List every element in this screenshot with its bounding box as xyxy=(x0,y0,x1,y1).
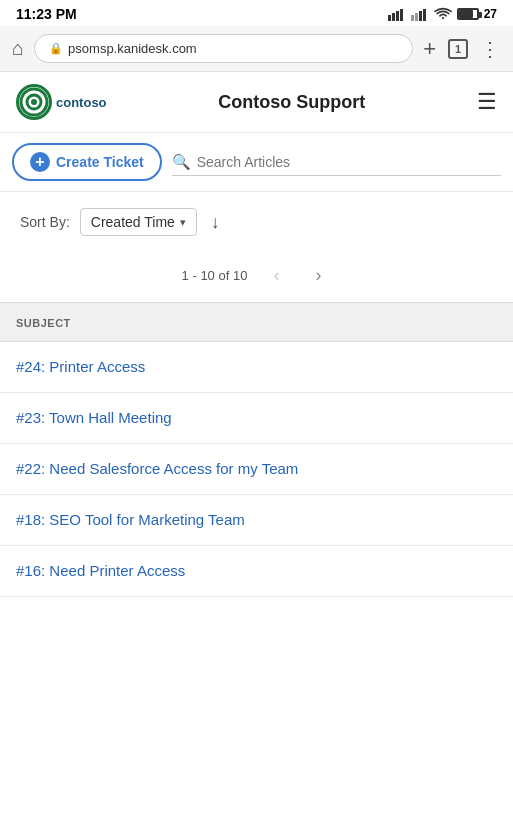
signal2-icon xyxy=(411,8,429,21)
table-row[interactable]: #18: SEO Tool for Marketing Team xyxy=(0,495,513,546)
svg-rect-5 xyxy=(415,13,418,21)
svg-rect-4 xyxy=(411,15,414,21)
battery-percent: 27 xyxy=(484,7,497,21)
chevron-down-icon: ▾ xyxy=(180,216,186,229)
battery-icon xyxy=(457,8,479,20)
plus-icon: + xyxy=(30,152,50,172)
svg-rect-1 xyxy=(392,13,395,21)
logo-area: contoso xyxy=(16,84,107,120)
url-text: psomsp.kanidesk.com xyxy=(68,41,197,56)
page-info: 1 - 10 of 10 xyxy=(182,268,248,283)
browser-bar: ⌂ 🔒 psomsp.kanidesk.com + 1 ⋮ xyxy=(0,26,513,72)
ticket-list: #24: Printer Access #23: Town Hall Meeti… xyxy=(0,342,513,597)
add-tab-icon[interactable]: + xyxy=(423,36,436,62)
more-options-icon[interactable]: ⋮ xyxy=(480,37,501,61)
table-row[interactable]: #23: Town Hall Meeting xyxy=(0,393,513,444)
table-row[interactable]: #22: Need Salesforce Access for my Team xyxy=(0,444,513,495)
svg-rect-6 xyxy=(419,11,422,21)
table-header: SUBJECT xyxy=(0,302,513,342)
svg-rect-7 xyxy=(423,9,426,21)
browser-actions: + 1 ⋮ xyxy=(423,36,501,62)
search-input[interactable] xyxy=(197,154,501,170)
svg-rect-0 xyxy=(388,15,391,21)
previous-page-button[interactable]: ‹ xyxy=(263,262,289,288)
search-icon: 🔍 xyxy=(172,153,191,171)
ticket-link[interactable]: #22: Need Salesforce Access for my Team xyxy=(16,460,298,477)
next-page-button[interactable]: › xyxy=(305,262,331,288)
app-header: contoso Contoso Support ☰ xyxy=(0,72,513,133)
app-title: Contoso Support xyxy=(218,92,365,113)
sort-direction-icon[interactable]: ↓ xyxy=(211,212,220,233)
ticket-link[interactable]: #16: Need Printer Access xyxy=(16,562,185,579)
ticket-link[interactable]: #18: SEO Tool for Marketing Team xyxy=(16,511,245,528)
create-ticket-label: Create Ticket xyxy=(56,154,144,170)
search-box: 🔍 xyxy=(172,149,501,176)
ticket-link[interactable]: #24: Printer Access xyxy=(16,358,145,375)
status-bar: 11:23 PM 27 xyxy=(0,0,513,26)
home-icon[interactable]: ⌂ xyxy=(12,37,24,60)
svg-rect-2 xyxy=(396,11,399,21)
ticket-link[interactable]: #23: Town Hall Meeting xyxy=(16,409,172,426)
status-icons: 27 xyxy=(388,7,497,21)
tab-count[interactable]: 1 xyxy=(448,39,468,59)
signal-icon xyxy=(388,8,406,21)
status-time: 11:23 PM xyxy=(16,6,77,22)
url-bar[interactable]: 🔒 psomsp.kanidesk.com xyxy=(34,34,413,63)
table-row[interactable]: #24: Printer Access xyxy=(0,342,513,393)
lock-icon: 🔒 xyxy=(49,42,63,55)
svg-point-10 xyxy=(31,99,37,105)
subject-column-header: SUBJECT xyxy=(16,317,71,329)
contoso-logo xyxy=(16,84,52,120)
pagination: 1 - 10 of 10 ‹ › xyxy=(0,252,513,302)
sort-by-label: Sort By: xyxy=(20,214,70,230)
logo-text: contoso xyxy=(56,95,107,110)
table-row[interactable]: #16: Need Printer Access xyxy=(0,546,513,597)
sort-value: Created Time xyxy=(91,214,175,230)
svg-rect-3 xyxy=(400,9,403,21)
toolbar: + Create Ticket 🔍 xyxy=(0,133,513,192)
create-ticket-button[interactable]: + Create Ticket xyxy=(12,143,162,181)
wifi-icon xyxy=(434,7,452,21)
sort-bar: Sort By: Created Time ▾ ↓ xyxy=(0,192,513,252)
hamburger-menu-icon[interactable]: ☰ xyxy=(477,89,497,115)
sort-dropdown[interactable]: Created Time ▾ xyxy=(80,208,197,236)
logo-svg xyxy=(19,87,49,117)
